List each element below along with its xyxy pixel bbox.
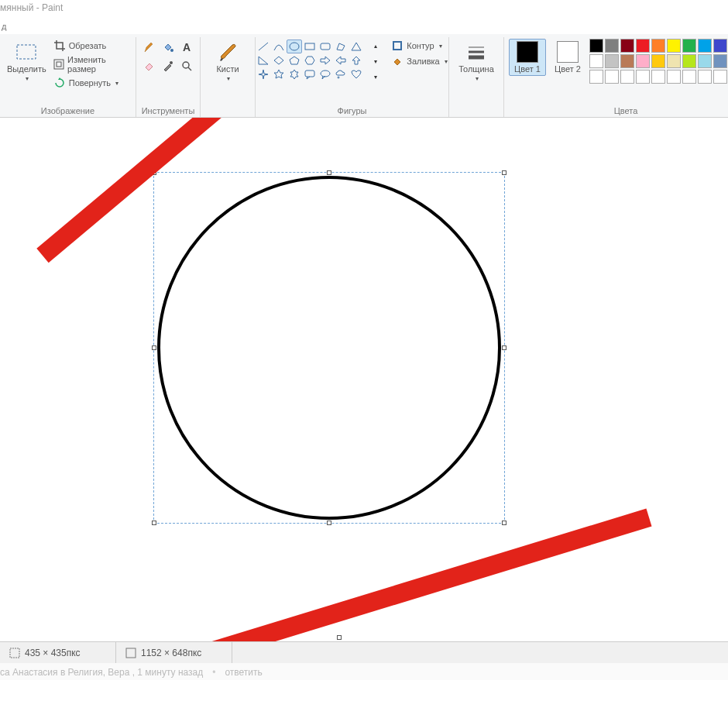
magnifier-tool[interactable]	[178, 57, 195, 74]
shapes-scroll-up[interactable]: ▴	[368, 39, 383, 53]
crop-icon	[53, 40, 66, 52]
svg-rect-21	[10, 648, 19, 658]
chevron-down-icon: ▾	[445, 58, 448, 65]
color-swatch[interactable]	[589, 39, 603, 53]
color-swatch[interactable]	[605, 70, 619, 84]
shape-star4[interactable]	[256, 67, 271, 81]
shape-diamond[interactable]	[271, 53, 287, 67]
color-swatch[interactable]	[636, 39, 650, 53]
shape-arrow-right[interactable]	[318, 53, 333, 67]
color-swatch[interactable]	[667, 70, 681, 84]
color-swatch[interactable]	[713, 70, 727, 84]
color1-button[interactable]: Цвет 1	[509, 39, 546, 76]
shapes-gallery[interactable]	[255, 39, 365, 82]
svg-rect-20	[128, 509, 651, 641]
shape-arrow-up[interactable]	[349, 53, 364, 67]
color-swatch[interactable]	[651, 54, 665, 68]
group-label-image: Изображение	[41, 105, 94, 115]
color-swatch[interactable]	[667, 39, 681, 53]
shape-callout-oval[interactable]	[318, 67, 333, 81]
color-picker-tool[interactable]	[160, 57, 177, 74]
color-palette	[589, 39, 728, 84]
svg-rect-2	[57, 62, 61, 67]
color-swatch[interactable]	[651, 39, 665, 53]
svg-rect-14	[393, 42, 401, 50]
shape-hexagon[interactable]	[302, 53, 318, 67]
fill-button[interactable]: Заливка▾	[390, 54, 448, 68]
canvas[interactable]	[0, 118, 728, 641]
svg-rect-0	[17, 45, 36, 59]
color-swatch[interactable]	[651, 70, 665, 84]
group-size: Толщина ▾	[449, 37, 504, 117]
shape-triangle[interactable]	[349, 40, 364, 53]
color-swatch[interactable]	[605, 39, 619, 53]
svg-point-12	[321, 70, 330, 77]
shape-callout-cloud[interactable]	[333, 67, 349, 81]
text-tool[interactable]: A	[178, 39, 195, 56]
rotate-button[interactable]: Повернуть▾	[52, 76, 131, 90]
svg-line-7	[259, 43, 268, 50]
color-swatch[interactable]	[620, 39, 634, 53]
shape-heart[interactable]	[349, 67, 364, 81]
svg-rect-22	[126, 648, 136, 658]
chevron-down-icon: ▾	[227, 75, 230, 82]
color-swatch[interactable]	[605, 54, 619, 68]
color-swatch[interactable]	[698, 39, 712, 53]
color-swatch[interactable]	[620, 70, 634, 84]
shape-arrow-left[interactable]	[333, 53, 349, 67]
color-swatch[interactable]	[620, 54, 634, 68]
color-swatch[interactable]	[713, 39, 727, 53]
color2-swatch	[557, 41, 579, 63]
resize-icon	[53, 58, 64, 70]
shape-line[interactable]	[256, 40, 271, 53]
color-swatch[interactable]	[589, 70, 603, 84]
color-swatch[interactable]	[682, 39, 696, 53]
size-button[interactable]: Толщина ▾	[454, 39, 499, 84]
group-colors: Цвет 1 Цвет 2 Цвета	[504, 37, 728, 117]
select-button[interactable]: Выделить ▾	[5, 39, 49, 84]
shape-callout-rounded[interactable]	[302, 67, 318, 81]
svg-point-13	[338, 77, 339, 78]
crop-button[interactable]: Обрезать	[52, 39, 131, 53]
reply-link[interactable]: ответить	[225, 667, 262, 678]
chevron-down-icon: ▾	[439, 43, 442, 50]
shape-star5[interactable]	[271, 67, 287, 81]
select-marquee-icon	[15, 41, 37, 63]
shape-pentagon[interactable]	[287, 53, 302, 67]
svg-point-4	[170, 61, 173, 64]
chevron-down-icon: ▾	[115, 80, 118, 87]
svg-rect-1	[54, 60, 64, 69]
shape-curve[interactable]	[271, 40, 287, 53]
fill-tool[interactable]	[160, 39, 177, 56]
outline-button[interactable]: Контур▾	[390, 39, 448, 53]
ribbon: Выделить ▾ Обрезать Изменить размер	[0, 34, 728, 118]
eraser-tool[interactable]	[141, 57, 158, 74]
status-canvas-size: 1152 × 648пкс	[116, 642, 232, 663]
color-swatch[interactable]	[589, 54, 603, 68]
shape-star6[interactable]	[287, 67, 302, 81]
color-swatch[interactable]	[682, 70, 696, 84]
svg-rect-9	[305, 43, 314, 50]
color-swatch[interactable]	[667, 54, 681, 68]
color-swatch[interactable]	[713, 54, 727, 68]
resize-button[interactable]: Изменить размер	[52, 54, 131, 74]
shape-rectangle[interactable]	[302, 40, 318, 53]
color-swatch[interactable]	[636, 70, 650, 84]
color2-button[interactable]: Цвет 2	[549, 39, 586, 76]
shape-oval[interactable]	[287, 40, 302, 53]
svg-line-6	[188, 67, 191, 70]
page-footer-fragment: са Анастасия в Религия, Вера , 1 минуту …	[0, 663, 728, 680]
color-swatch[interactable]	[682, 54, 696, 68]
color-swatch[interactable]	[698, 70, 712, 84]
shape-rounded-rect[interactable]	[318, 40, 333, 53]
pencil-tool[interactable]	[141, 39, 158, 56]
color-swatch[interactable]	[698, 54, 712, 68]
shapes-scroll-down[interactable]: ▾	[368, 54, 383, 68]
canvas-handle-bottom[interactable]	[337, 635, 342, 640]
shapes-more[interactable]: ▾	[368, 70, 383, 84]
size-icon	[465, 41, 487, 63]
color-swatch[interactable]	[636, 54, 650, 68]
brushes-button[interactable]: Кисти ▾	[205, 39, 250, 84]
shape-right-triangle[interactable]	[256, 53, 271, 67]
shape-polygon[interactable]	[333, 40, 349, 53]
